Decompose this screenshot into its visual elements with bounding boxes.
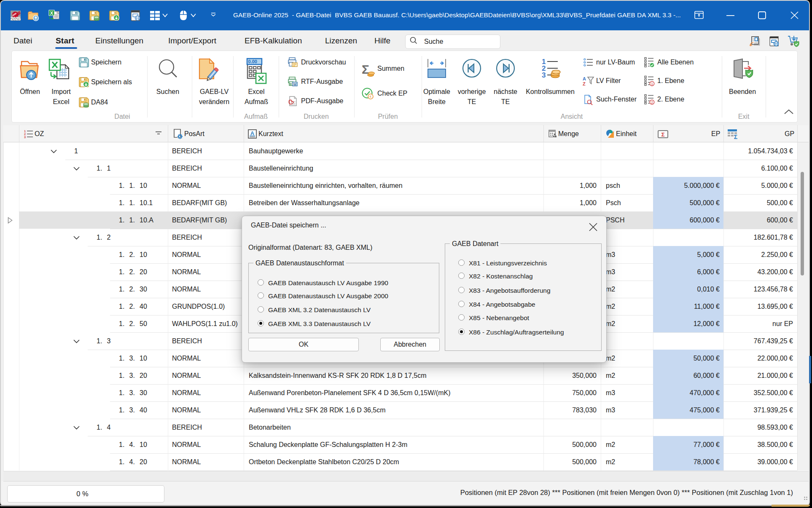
svg-text:2: 2 xyxy=(651,100,653,104)
svg-text:3: 3 xyxy=(24,135,26,139)
svg-text:0.00: 0.00 xyxy=(248,59,257,64)
svg-text:A: A xyxy=(250,130,255,136)
svg-text:3: 3 xyxy=(542,71,546,79)
svg-text:2025: 2025 xyxy=(11,16,21,21)
svg-text:Z: Z xyxy=(583,81,586,86)
svg-text:Σ: Σ xyxy=(661,131,664,138)
svg-text:€: € xyxy=(370,95,372,99)
svg-text:1: 1 xyxy=(651,82,653,86)
svg-text:A: A xyxy=(583,76,586,81)
svg-text:X: X xyxy=(50,11,54,16)
svg-text:W: W xyxy=(293,82,297,86)
svg-text:Σ: Σ xyxy=(734,134,737,140)
